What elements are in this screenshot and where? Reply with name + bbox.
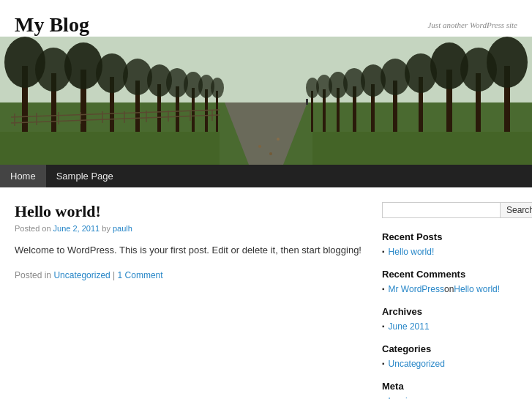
recent-posts-heading: Recent Posts	[382, 231, 517, 242]
sidebar-recent-comments: Recent Comments Mr WordPress on Hello wo…	[382, 269, 517, 294]
comment-author-link[interactable]: Mr WordPress	[389, 284, 444, 294]
svg-rect-56	[0, 132, 220, 165]
post-title: Hello world!	[15, 202, 367, 221]
nav-link-home[interactable]: Home	[0, 165, 46, 187]
svg-point-42	[306, 78, 319, 98]
svg-point-22	[211, 78, 224, 98]
post-footer-prefix: Posted in	[15, 270, 53, 280]
main-content: Hello world! Posted on June 2, 2011 by p…	[15, 202, 367, 399]
post-date-link[interactable]: June 2, 2011	[53, 224, 100, 233]
svg-point-59	[269, 152, 272, 155]
svg-point-58	[258, 145, 261, 148]
post-author-link[interactable]: paulh	[113, 224, 132, 233]
list-item: Uncategorized	[382, 359, 517, 369]
page-wrapper: My Blog Just another WordPress site	[0, 0, 532, 399]
comment-on-text: on	[444, 284, 454, 294]
svg-point-36	[405, 53, 437, 93]
main-nav: Home Sample Page	[0, 165, 532, 187]
categories-heading: Categories	[382, 343, 517, 354]
list-item: Hello world!	[382, 247, 517, 257]
sidebar-archives: Archives June 2011	[382, 306, 517, 332]
sidebar-categories: Categories Uncategorized	[382, 343, 517, 369]
search-input[interactable]	[382, 202, 501, 218]
svg-rect-55	[306, 99, 308, 105]
post-footer: Posted in Uncategorized | 1 Comment	[15, 270, 367, 280]
sidebar: Search Recent Posts Hello world! Recent …	[382, 202, 517, 399]
search-box: Search	[382, 202, 517, 218]
recent-comments-heading: Recent Comments	[382, 269, 517, 280]
recent-post-link-1[interactable]: Hello world!	[389, 247, 435, 257]
meta-heading: Meta	[382, 381, 517, 392]
list-item: June 2011	[382, 321, 517, 332]
post-content: Welcome to WordPress. This is your first…	[15, 243, 367, 258]
svg-rect-57	[312, 132, 532, 165]
nav-item-sample[interactable]: Sample Page	[46, 165, 124, 187]
meta-login-link[interactable]: Log in	[389, 396, 413, 399]
post-footer-sep: |	[110, 270, 118, 280]
sidebar-meta: Meta Log in Entries RSS Comments RSS Wor…	[382, 381, 517, 399]
svg-point-15	[64, 42, 102, 89]
comment-post-link[interactable]: Hello world!	[454, 284, 500, 294]
category-link-1[interactable]: Uncategorized	[389, 359, 445, 369]
svg-point-16	[96, 53, 128, 93]
nav-item-home[interactable]: Home	[0, 165, 46, 187]
post-author-prefix: by	[100, 224, 113, 233]
sidebar-recent-posts: Recent Posts Hello world!	[382, 231, 517, 257]
post-category-link[interactable]: Uncategorized	[53, 270, 110, 280]
site-tagline: Just another WordPress site	[15, 20, 517, 29]
post-meta: Posted on June 2, 2011 by paulh	[15, 224, 367, 233]
list-item: Log in	[382, 396, 517, 399]
post-meta-prefix: Posted on	[15, 224, 53, 233]
site-header: My Blog Just another WordPress site	[0, 0, 532, 37]
svg-point-60	[277, 138, 280, 141]
svg-point-35	[430, 42, 468, 89]
search-button[interactable]: Search	[501, 202, 532, 218]
hero-image	[0, 37, 532, 165]
nav-link-sample[interactable]: Sample Page	[46, 165, 124, 187]
content-area: Hello world! Posted on June 2, 2011 by p…	[0, 187, 532, 399]
archives-heading: Archives	[382, 306, 517, 317]
list-item: Mr WordPress on Hello world!	[382, 284, 517, 294]
post-comment-link[interactable]: 1 Comment	[118, 270, 163, 280]
archive-link-1[interactable]: June 2011	[389, 321, 430, 332]
